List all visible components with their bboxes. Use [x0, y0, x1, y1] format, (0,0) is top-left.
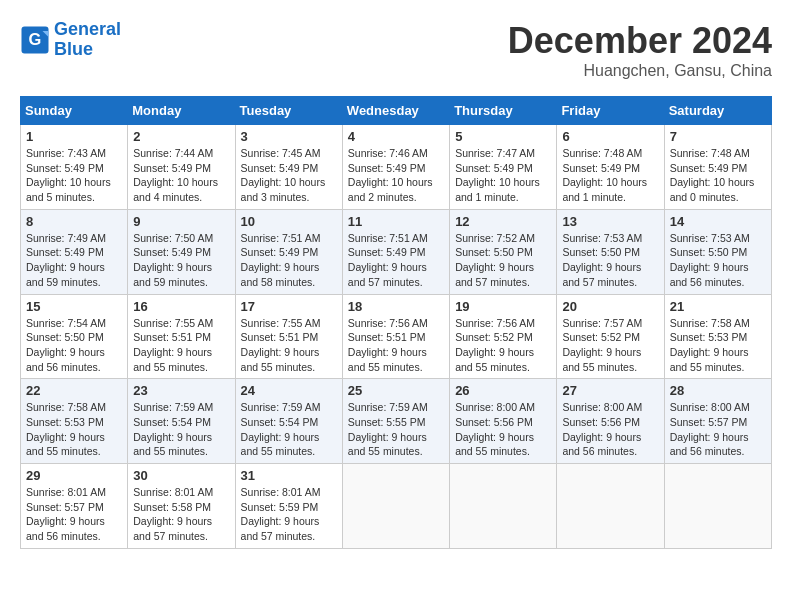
day-info: Sunrise: 7:50 AM Sunset: 5:49 PM Dayligh…: [133, 231, 229, 290]
calendar-day-cell: 4 Sunrise: 7:46 AM Sunset: 5:49 PM Dayli…: [342, 125, 449, 210]
calendar-day-cell: 2 Sunrise: 7:44 AM Sunset: 5:49 PM Dayli…: [128, 125, 235, 210]
calendar-day-cell: 27 Sunrise: 8:00 AM Sunset: 5:56 PM Dayl…: [557, 379, 664, 464]
calendar-week-row: 15 Sunrise: 7:54 AM Sunset: 5:50 PM Dayl…: [21, 294, 772, 379]
day-number: 3: [241, 129, 337, 144]
calendar-day-cell: [664, 464, 771, 549]
calendar-day-cell: 29 Sunrise: 8:01 AM Sunset: 5:57 PM Dayl…: [21, 464, 128, 549]
day-info: Sunrise: 7:59 AM Sunset: 5:54 PM Dayligh…: [241, 400, 337, 459]
calendar-header-wednesday: Wednesday: [342, 97, 449, 125]
day-number: 26: [455, 383, 551, 398]
calendar-day-cell: 11 Sunrise: 7:51 AM Sunset: 5:49 PM Dayl…: [342, 209, 449, 294]
calendar-day-cell: [557, 464, 664, 549]
day-number: 24: [241, 383, 337, 398]
day-info: Sunrise: 7:53 AM Sunset: 5:50 PM Dayligh…: [670, 231, 766, 290]
calendar-header-monday: Monday: [128, 97, 235, 125]
day-number: 18: [348, 299, 444, 314]
day-number: 12: [455, 214, 551, 229]
day-number: 25: [348, 383, 444, 398]
day-number: 5: [455, 129, 551, 144]
day-info: Sunrise: 8:00 AM Sunset: 5:56 PM Dayligh…: [455, 400, 551, 459]
calendar-table: SundayMondayTuesdayWednesdayThursdayFrid…: [20, 96, 772, 549]
calendar-day-cell: 1 Sunrise: 7:43 AM Sunset: 5:49 PM Dayli…: [21, 125, 128, 210]
calendar-day-cell: 12 Sunrise: 7:52 AM Sunset: 5:50 PM Dayl…: [450, 209, 557, 294]
calendar-day-cell: 14 Sunrise: 7:53 AM Sunset: 5:50 PM Dayl…: [664, 209, 771, 294]
day-info: Sunrise: 7:53 AM Sunset: 5:50 PM Dayligh…: [562, 231, 658, 290]
logo: G General Blue: [20, 20, 121, 60]
day-info: Sunrise: 7:45 AM Sunset: 5:49 PM Dayligh…: [241, 146, 337, 205]
day-number: 27: [562, 383, 658, 398]
day-number: 22: [26, 383, 122, 398]
day-info: Sunrise: 7:58 AM Sunset: 5:53 PM Dayligh…: [670, 316, 766, 375]
day-info: Sunrise: 7:59 AM Sunset: 5:55 PM Dayligh…: [348, 400, 444, 459]
calendar-day-cell: 17 Sunrise: 7:55 AM Sunset: 5:51 PM Dayl…: [235, 294, 342, 379]
day-number: 17: [241, 299, 337, 314]
day-info: Sunrise: 7:51 AM Sunset: 5:49 PM Dayligh…: [241, 231, 337, 290]
day-info: Sunrise: 7:52 AM Sunset: 5:50 PM Dayligh…: [455, 231, 551, 290]
day-number: 1: [26, 129, 122, 144]
calendar-day-cell: 5 Sunrise: 7:47 AM Sunset: 5:49 PM Dayli…: [450, 125, 557, 210]
calendar-header-thursday: Thursday: [450, 97, 557, 125]
location-title: Huangchen, Gansu, China: [508, 62, 772, 80]
day-number: 31: [241, 468, 337, 483]
calendar-day-cell: 13 Sunrise: 7:53 AM Sunset: 5:50 PM Dayl…: [557, 209, 664, 294]
day-number: 16: [133, 299, 229, 314]
day-info: Sunrise: 7:44 AM Sunset: 5:49 PM Dayligh…: [133, 146, 229, 205]
day-info: Sunrise: 7:43 AM Sunset: 5:49 PM Dayligh…: [26, 146, 122, 205]
logo-text: General Blue: [54, 20, 121, 60]
calendar-day-cell: 26 Sunrise: 8:00 AM Sunset: 5:56 PM Dayl…: [450, 379, 557, 464]
day-info: Sunrise: 7:48 AM Sunset: 5:49 PM Dayligh…: [562, 146, 658, 205]
calendar-day-cell: [450, 464, 557, 549]
day-number: 7: [670, 129, 766, 144]
day-number: 13: [562, 214, 658, 229]
day-number: 23: [133, 383, 229, 398]
calendar-week-row: 1 Sunrise: 7:43 AM Sunset: 5:49 PM Dayli…: [21, 125, 772, 210]
calendar-day-cell: 25 Sunrise: 7:59 AM Sunset: 5:55 PM Dayl…: [342, 379, 449, 464]
logo-line1: General: [54, 19, 121, 39]
calendar-day-cell: 7 Sunrise: 7:48 AM Sunset: 5:49 PM Dayli…: [664, 125, 771, 210]
calendar-day-cell: 22 Sunrise: 7:58 AM Sunset: 5:53 PM Dayl…: [21, 379, 128, 464]
day-number: 9: [133, 214, 229, 229]
calendar-day-cell: 24 Sunrise: 7:59 AM Sunset: 5:54 PM Dayl…: [235, 379, 342, 464]
day-info: Sunrise: 7:51 AM Sunset: 5:49 PM Dayligh…: [348, 231, 444, 290]
calendar-header-sunday: Sunday: [21, 97, 128, 125]
calendar-week-row: 22 Sunrise: 7:58 AM Sunset: 5:53 PM Dayl…: [21, 379, 772, 464]
day-info: Sunrise: 7:55 AM Sunset: 5:51 PM Dayligh…: [133, 316, 229, 375]
calendar-day-cell: 9 Sunrise: 7:50 AM Sunset: 5:49 PM Dayli…: [128, 209, 235, 294]
calendar-day-cell: 6 Sunrise: 7:48 AM Sunset: 5:49 PM Dayli…: [557, 125, 664, 210]
day-info: Sunrise: 7:59 AM Sunset: 5:54 PM Dayligh…: [133, 400, 229, 459]
day-info: Sunrise: 7:58 AM Sunset: 5:53 PM Dayligh…: [26, 400, 122, 459]
calendar-day-cell: 30 Sunrise: 8:01 AM Sunset: 5:58 PM Dayl…: [128, 464, 235, 549]
calendar-day-cell: 31 Sunrise: 8:01 AM Sunset: 5:59 PM Dayl…: [235, 464, 342, 549]
calendar-day-cell: 23 Sunrise: 7:59 AM Sunset: 5:54 PM Dayl…: [128, 379, 235, 464]
logo-line2: Blue: [54, 39, 93, 59]
day-number: 6: [562, 129, 658, 144]
title-area: December 2024 Huangchen, Gansu, China: [508, 20, 772, 80]
svg-text:G: G: [29, 29, 42, 47]
calendar-day-cell: 8 Sunrise: 7:49 AM Sunset: 5:49 PM Dayli…: [21, 209, 128, 294]
month-title: December 2024: [508, 20, 772, 62]
day-info: Sunrise: 7:55 AM Sunset: 5:51 PM Dayligh…: [241, 316, 337, 375]
day-info: Sunrise: 7:57 AM Sunset: 5:52 PM Dayligh…: [562, 316, 658, 375]
calendar-day-cell: [342, 464, 449, 549]
day-number: 30: [133, 468, 229, 483]
day-info: Sunrise: 7:56 AM Sunset: 5:52 PM Dayligh…: [455, 316, 551, 375]
calendar-day-cell: 20 Sunrise: 7:57 AM Sunset: 5:52 PM Dayl…: [557, 294, 664, 379]
logo-icon: G: [20, 25, 50, 55]
day-info: Sunrise: 7:46 AM Sunset: 5:49 PM Dayligh…: [348, 146, 444, 205]
day-info: Sunrise: 8:01 AM Sunset: 5:58 PM Dayligh…: [133, 485, 229, 544]
calendar-header-row: SundayMondayTuesdayWednesdayThursdayFrid…: [21, 97, 772, 125]
day-number: 14: [670, 214, 766, 229]
day-number: 15: [26, 299, 122, 314]
day-number: 8: [26, 214, 122, 229]
day-info: Sunrise: 8:00 AM Sunset: 5:56 PM Dayligh…: [562, 400, 658, 459]
day-number: 29: [26, 468, 122, 483]
header: G General Blue December 2024 Huangchen, …: [20, 20, 772, 80]
day-number: 11: [348, 214, 444, 229]
calendar-header-friday: Friday: [557, 97, 664, 125]
calendar-header-tuesday: Tuesday: [235, 97, 342, 125]
day-info: Sunrise: 8:01 AM Sunset: 5:59 PM Dayligh…: [241, 485, 337, 544]
day-number: 19: [455, 299, 551, 314]
calendar-day-cell: 28 Sunrise: 8:00 AM Sunset: 5:57 PM Dayl…: [664, 379, 771, 464]
calendar-day-cell: 10 Sunrise: 7:51 AM Sunset: 5:49 PM Dayl…: [235, 209, 342, 294]
day-number: 4: [348, 129, 444, 144]
